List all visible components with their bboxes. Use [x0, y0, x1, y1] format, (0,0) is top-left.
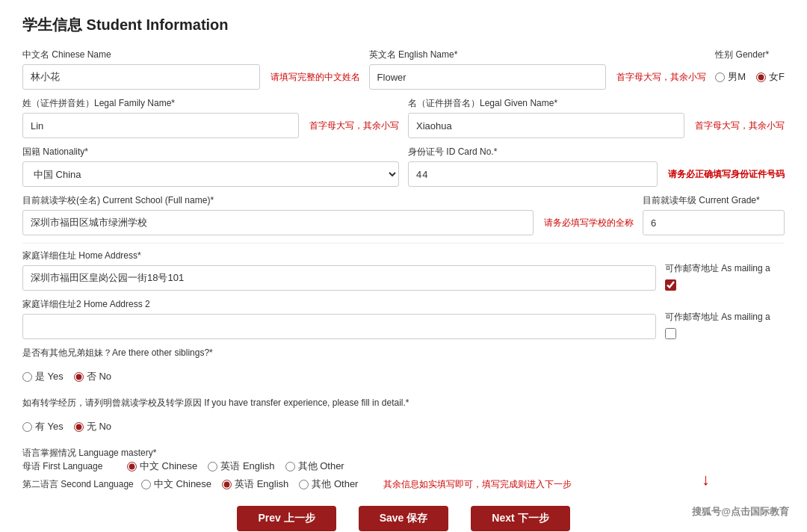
arrow-down-icon: ↓ — [702, 470, 710, 489]
gender-male-option[interactable]: 男M — [715, 70, 746, 84]
second-lang-other-radio[interactable] — [299, 480, 309, 489]
legal-family-hint: 首字母大写，其余小写 — [309, 120, 399, 132]
transfer-yes-option[interactable]: 有 Yes — [22, 420, 64, 433]
home-address-group: 家庭详细住址 Home Address* — [22, 250, 656, 291]
row-nationality-id: 国籍 Nationality* 中国 China Other 身份证号 ID C… — [22, 146, 785, 187]
first-lang-chinese-radio[interactable] — [127, 462, 137, 471]
siblings-no-radio[interactable] — [74, 372, 84, 382]
legal-given-hint: 首字母大写，其余小写 — [695, 120, 785, 132]
siblings-yes-option[interactable]: 是 Yes — [22, 370, 64, 383]
current-school-input[interactable] — [22, 210, 534, 235]
first-lang-english-radio[interactable] — [208, 462, 217, 471]
language-label: 语言掌握情况 Language mastery* — [22, 448, 156, 458]
mailing1-label: 可作邮寄地址 As mailing a — [665, 262, 785, 275]
transfer-no-label: 无 No — [87, 420, 111, 433]
current-school-label: 目前就读学校(全名) Current School (Full name)* — [22, 194, 634, 207]
chinese-name-input-wrapper: 请填写完整的中文姓名 — [22, 64, 360, 90]
transfer-yes-radio[interactable] — [22, 422, 32, 432]
legal-family-input[interactable] — [22, 113, 299, 138]
row-names-gender: 中文名 Chinese Name 请填写完整的中文姓名 英文名 English … — [22, 49, 785, 90]
arrow-annotation: ↓ — [702, 468, 710, 489]
row-address1: 家庭详细住址 Home Address* 可作邮寄地址 As mailing a — [22, 250, 785, 291]
legal-family-label: 姓（证件拼音姓）Legal Family Name* — [22, 97, 399, 110]
mailing2-label: 可作邮寄地址 As mailing a — [665, 311, 785, 324]
gender-male-radio[interactable] — [715, 72, 725, 82]
chinese-name-label: 中文名 Chinese Name — [22, 49, 360, 61]
mailing2-group: 可作邮寄地址 As mailing a — [665, 311, 785, 339]
siblings-yes-label: 是 Yes — [35, 370, 64, 383]
second-lang-other-option[interactable]: 其他 Other — [299, 477, 358, 491]
mailing2-checkbox-wrapper — [665, 328, 785, 339]
second-lang-chinese-radio[interactable] — [141, 480, 151, 489]
transfer-no-option[interactable]: 无 No — [74, 420, 111, 433]
english-name-input-wrapper: 首字母大写，其余小写 — [369, 64, 707, 90]
gender-female-label: 女F — [769, 70, 785, 84]
home-address-label: 家庭详细住址 Home Address* — [22, 250, 656, 262]
first-lang-other-label: 其他 Other — [298, 460, 344, 473]
id-card-input[interactable] — [408, 161, 658, 187]
page-title: 学生信息 Student Information — [22, 15, 785, 35]
siblings-radio-group: 是 Yes 否 No — [22, 364, 785, 389]
siblings-label: 是否有其他兄弟姐妹？Are there other siblings?* — [22, 347, 785, 359]
gender-female-radio[interactable] — [756, 72, 766, 82]
first-language-options: 中文 Chinese 英语 English 其他 Other — [127, 460, 344, 473]
prev-button[interactable]: Prev 上一步 — [237, 506, 336, 531]
mailing2-checkbox[interactable] — [665, 328, 676, 339]
first-lang-chinese-option[interactable]: 中文 Chinese — [127, 460, 197, 473]
first-lang-other-option[interactable]: 其他 Other — [285, 460, 344, 473]
second-language-row: 第二语言 Second Language 中文 Chinese 英语 Engli… — [22, 477, 785, 491]
id-card-input-wrapper: 请务必正确填写身份证件号码 — [408, 161, 785, 187]
bottom-buttons-row: ↓ Prev 上一步 Save 保存 Next 下一步 — [22, 506, 785, 531]
id-card-label: 身份证号 ID Card No.* — [408, 146, 785, 158]
legal-given-group: 名（证件拼音名）Legal Given Name* 首字母大写，其余小写 — [408, 97, 785, 138]
second-lang-chinese-option[interactable]: 中文 Chinese — [141, 477, 211, 491]
transfer-yes-label: 有 Yes — [35, 420, 64, 433]
english-name-hint: 首字母大写，其余小写 — [616, 71, 706, 84]
id-card-hint: 请务必正确填写身份证件号码 — [668, 168, 785, 181]
row-legal-names: 姓（证件拼音姓）Legal Family Name* 首字母大写，其余小写 名（… — [22, 97, 785, 138]
next-button[interactable]: Next 下一步 — [471, 506, 569, 531]
home-address2-input[interactable] — [22, 314, 656, 339]
chinese-name-input[interactable] — [22, 64, 260, 90]
gender-female-option[interactable]: 女F — [756, 70, 785, 84]
legal-given-input[interactable] — [408, 113, 684, 138]
second-lang-english-radio[interactable] — [222, 480, 232, 489]
student-information-form: 中文名 Chinese Name 请填写完整的中文姓名 英文名 English … — [22, 49, 785, 531]
current-school-hint: 请务必填写学校的全称 — [544, 217, 634, 229]
annotation-text: 其余信息如实填写即可，填写完成则进入下一步 — [383, 478, 572, 491]
siblings-yes-radio[interactable] — [22, 372, 32, 382]
watermark: 搜狐号@点击国际教育 — [692, 505, 789, 519]
home-address2-label: 家庭详细住址2 Home Address 2 — [22, 298, 656, 311]
language-section: 语言掌握情况 Language mastery* 母语 First Langua… — [22, 447, 785, 491]
transfer-no-radio[interactable] — [74, 422, 84, 432]
current-school-input-wrapper: 请务必填写学校的全称 — [22, 210, 634, 235]
first-lang-english-option[interactable]: 英语 English — [208, 460, 274, 473]
legal-given-input-wrapper: 首字母大写，其余小写 — [408, 113, 785, 138]
second-lang-english-option[interactable]: 英语 English — [222, 477, 288, 491]
gender-male-label: 男M — [728, 70, 746, 84]
gender-group: 性别 Gender* 男M 女F — [715, 49, 785, 90]
second-lang-chinese-label: 中文 Chinese — [154, 477, 211, 491]
legal-given-label: 名（证件拼音名）Legal Given Name* — [408, 97, 785, 110]
first-lang-other-radio[interactable] — [285, 462, 295, 471]
siblings-no-label: 否 No — [87, 370, 111, 383]
chinese-name-group: 中文名 Chinese Name 请填写完整的中文姓名 — [22, 49, 360, 90]
second-lang-english-label: 英语 English — [235, 477, 288, 491]
gender-radio-group: 男M 女F — [715, 64, 785, 90]
mailing1-checkbox[interactable] — [665, 279, 676, 291]
current-grade-input[interactable] — [643, 210, 785, 235]
mailing1-group: 可作邮寄地址 As mailing a — [665, 262, 785, 291]
current-school-group: 目前就读学校(全名) Current School (Full name)* 请… — [22, 194, 634, 235]
english-name-input[interactable] — [369, 64, 607, 90]
chinese-name-hint: 请填写完整的中文姓名 — [270, 71, 360, 84]
legal-family-group: 姓（证件拼音姓）Legal Family Name* 首字母大写，其余小写 — [22, 97, 399, 138]
home-address-input[interactable] — [22, 265, 656, 291]
siblings-no-option[interactable]: 否 No — [74, 370, 111, 383]
second-language-label: 第二语言 Second Language — [22, 478, 134, 491]
siblings-section: 是否有其他兄弟姐妹？Are there other siblings?* 是 Y… — [22, 347, 785, 389]
save-button[interactable]: Save 保存 — [359, 506, 449, 531]
legal-family-input-wrapper: 首字母大写，其余小写 — [22, 113, 399, 138]
id-card-group: 身份证号 ID Card No.* 请务必正确填写身份证件号码 — [408, 146, 785, 187]
nationality-select[interactable]: 中国 China Other — [22, 161, 399, 187]
nationality-group: 国籍 Nationality* 中国 China Other — [22, 146, 399, 187]
